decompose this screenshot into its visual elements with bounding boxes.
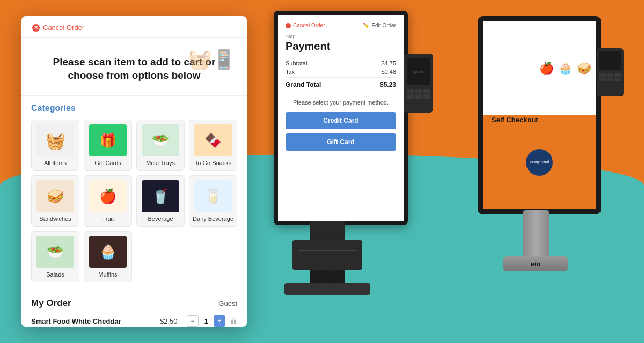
category-fruit[interactable]: 🍎 Fruit [84,175,132,227]
key [423,94,430,99]
card-reader-display: Ingenico [407,58,430,85]
center-kiosk-printer [292,240,362,270]
gift-cards-icon: 🎁 [89,124,127,156]
key [415,89,422,93]
item-1-decrement[interactable]: − [187,315,199,327]
key [415,94,422,99]
item-1-name: Smart Food White Cheddar [31,317,160,325]
center-screen-content: Cancel Order ✏️ Edit Order Step Payment … [278,15,404,221]
meal-trays-icon: 🥗 [142,124,179,156]
category-salads[interactable]: 🥗 Salads [31,231,79,282]
right-kiosk-base: ēlo [503,256,568,271]
item-1-qty: 1 [202,317,210,325]
penny-meal-text: penny meal [530,160,549,164]
item-1-qty-controls: − 1 + [187,315,225,327]
gift-card-button[interactable]: Gift Card [286,133,396,151]
center-edit-icon: ✏️ [363,23,369,28]
category-meal-trays[interactable]: 🥗 Meal Trays [136,120,185,171]
center-card-reader: Ingenico [404,54,433,113]
center-kiosk: Cancel Order ✏️ Edit Order Step Payment … [263,11,424,332]
cancel-label: Cancel Order [43,24,84,32]
category-gift-cards[interactable]: 🎁 Gift Cards [84,120,132,171]
order-title: My Order [31,298,71,309]
item-1-increment[interactable]: + [214,315,225,327]
center-cancel-button[interactable]: Cancel Order [286,23,325,28]
elo-brand: ēlo [531,260,541,268]
tax-row: Tax $0.48 [286,69,396,75]
key [607,73,614,77]
category-to-go-snacks[interactable]: 🍫 To Go Snacks [189,120,237,171]
center-edit-label: Edit Order [371,23,396,28]
select-payment-text: Please select your payment method. [286,99,396,106]
key [599,78,606,81]
right-card-reader [597,48,624,96]
beverage-label: Beverage [139,215,182,222]
muffins-icon: 🧁 [89,236,127,268]
key [407,94,414,99]
center-edit-button[interactable]: ✏️ Edit Order [363,23,396,28]
dairy-beverage-label: Dairy Beverage [192,215,235,222]
center-totals: Subtotal $4.75 Tax $0.48 Grand Total $5.… [286,60,396,88]
fruit-icon: 🍎 [89,180,127,212]
category-beverage[interactable]: 🥤 Beverage [136,175,185,227]
center-cancel-label: Cancel Order [293,23,325,28]
cancel-order-button[interactable]: ✕ Cancel Order [32,24,236,32]
key [607,78,614,81]
category-muffins[interactable]: 🧁 Muffins [84,231,132,282]
panel-header: ✕ Cancel Order [21,16,247,38]
apple-icon: 🍎 [539,62,554,76]
right-screen-top: 🍎 🧁 🥪 Self Checkout [483,21,596,115]
right-card-reader-display [599,51,621,70]
to-go-snacks-label: To Go Snacks [192,160,235,166]
credit-card-button[interactable]: Credit Card [286,112,396,129]
order-header: My Order Guest [31,298,237,309]
scan-basket-icon: 🧺📱 [188,48,236,71]
key [599,73,606,77]
fruit-label: Fruit [86,215,129,222]
categories-title: Categories [31,103,237,113]
muffins-label: Muffins [86,271,129,278]
center-kiosk-top-row: Cancel Order ✏️ Edit Order [286,23,396,28]
grand-total-value: $5.23 [380,81,396,88]
meal-trays-label: Meal Trays [139,160,182,166]
right-screen-content: 🍎 🧁 🥪 Self Checkout penny meal [483,21,596,209]
item-1-delete[interactable]: 🗑 [230,317,237,325]
all-items-icon: 🧺 [36,124,74,156]
category-sandwiches[interactable]: 🥪 Sandwiches [31,175,79,227]
order-section: My Order Guest Smart Food White Cheddar … [21,290,247,327]
categories-section: Categories 🧺 All Items 🎁 Gift Cards 🥗 Me… [21,96,247,290]
dairy-beverage-icon: 🥛 [194,180,232,212]
to-go-snacks-icon: 🍫 [194,124,232,156]
key [407,89,414,93]
right-kiosk-screen: 🍎 🧁 🥪 Self Checkout penny meal [478,16,601,214]
card-reader-keypad [407,89,430,99]
category-dairy-beverage[interactable]: 🥛 Dairy Beverage [189,175,237,227]
order-guest: Guest [218,300,237,308]
right-card-reader-keypad [599,73,621,81]
sandwiches-label: Sandwiches [34,215,77,222]
salads-label: Salads [34,271,77,278]
card-reader-brand: Ingenico [410,69,426,74]
beverage-icon: 🥤 [142,180,179,212]
key [614,73,621,77]
key [423,89,430,93]
grand-total-row: Grand Total $5.23 [286,77,396,88]
order-item-1: Smart Food White Cheddar $2.50 − 1 + 🗑 [31,315,237,327]
penny-meal-badge: penny meal [526,149,553,176]
printer-slot [298,250,357,251]
subtotal-value: $4.75 [381,60,396,66]
self-checkout-label: Self Checkout [492,116,538,124]
tax-value: $0.48 [381,69,396,75]
categories-grid: 🧺 All Items 🎁 Gift Cards 🥗 Meal Trays 🍫 … [31,120,237,282]
subtotal-row: Subtotal $4.75 [286,60,396,66]
center-payment-title: Payment [286,40,396,53]
gift-cards-label: Gift Cards [86,160,129,166]
sandwiches-icon: 🥪 [36,180,74,212]
center-kiosk-screen: Cancel Order ✏️ Edit Order Step Payment … [274,11,408,225]
center-cancel-dot [286,23,291,28]
category-all-items[interactable]: 🧺 All Items [31,120,79,171]
right-kiosk: 🍎 🧁 🥪 Self Checkout penny meal [478,16,628,327]
sandwich-icon: 🥪 [577,62,591,76]
key [614,78,621,81]
right-kiosk-stand [523,210,549,258]
